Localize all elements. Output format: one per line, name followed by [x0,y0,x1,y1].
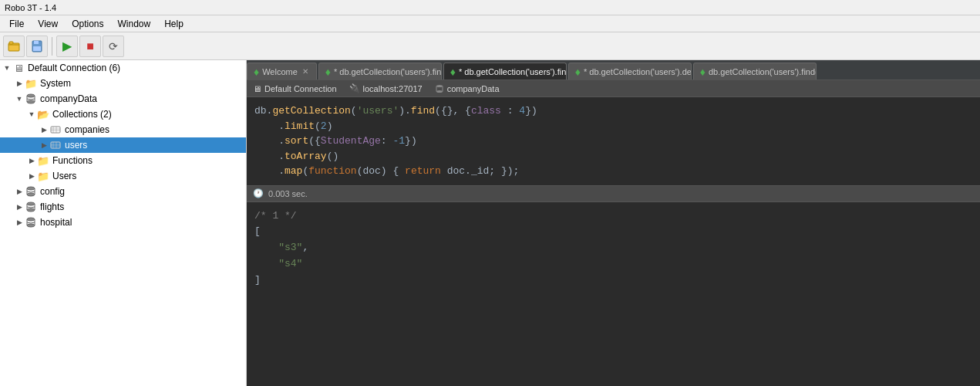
svg-point-6 [27,100,35,103]
system-label: System [40,78,71,89]
conn-db-icon [435,83,444,93]
svg-rect-1 [9,42,13,44]
result-close-bracket: ] [254,273,972,289]
conn-db: companyData [435,83,500,93]
svg-rect-7 [51,127,60,133]
run-button[interactable]: ▶ [56,36,78,57]
expand-icon: ▶ [14,78,25,89]
sidebar-item-collections[interactable]: ▼ 📂 Collections (2) [0,107,246,122]
svg-point-24 [436,90,443,93]
tab-delete[interactable]: ♦ * db.getCollection('users').dele... ✕ [568,63,692,80]
folder-icon: 📁 [37,170,49,182]
tab-find-1[interactable]: ♦ * db.getCollection('users').find... ✕ [318,63,442,80]
expand-icon: ▶ [26,171,37,181]
refresh-button[interactable]: ⟳ [103,36,124,57]
svg-rect-4 [33,46,41,51]
menu-options[interactable]: Options [66,17,109,31]
content-area: ♦ Welcome ✕ ♦ * db.getCollection('users'… [247,60,980,386]
sidebar-item-flights[interactable]: ▶ flights [0,199,246,215]
status-bar: 🕐 0.003 sec. [247,185,980,202]
tab-find-2[interactable]: ♦ * db.getCollection('users').find... ✕ [443,63,567,80]
svg-point-5 [27,94,35,97]
sidebar-item-default-connection[interactable]: ▼ 🖥 Default Connection (6) [0,60,246,76]
tab-find-empty[interactable]: ♦ db.getCollection('users').find({}) ✕ [693,63,817,80]
code-line-2: .limit(2) [254,119,972,134]
svg-point-20 [27,208,35,212]
companydata-label: companyData [40,93,97,104]
db-icon [25,201,37,213]
conn-host: 🔌 localhost:27017 [349,83,423,93]
tab-dot: ♦ [700,66,706,77]
code-line-3: .sort({StudentAge: -1}) [254,134,972,149]
result-open-bracket: [ [254,224,972,240]
title-bar: Robo 3T - 1.4 [0,0,980,15]
title-text: Robo 3T - 1.4 [5,3,56,12]
svg-point-21 [27,218,35,221]
tab-label: db.getCollection('users').find({}) [709,67,817,76]
svg-point-23 [436,85,443,87]
svg-point-17 [27,187,35,190]
stop-button[interactable]: ■ [79,36,101,57]
menu-view[interactable]: View [32,17,64,31]
tab-dot: ♦ [254,66,259,77]
tab-close-welcome[interactable]: ✕ [301,66,310,76]
users-label: users [65,140,87,151]
folder-open-icon: 📂 [37,108,49,120]
clock-icon: 🕐 [253,188,264,198]
status-time: 0.003 sec. [268,189,308,198]
expand-icon: ▼ [2,63,12,73]
tab-label: Welcome [262,67,298,76]
sidebar-item-hospital[interactable]: ▶ hospital [0,215,246,230]
folder-icon: 📁 [25,77,37,90]
collection-icon [49,139,62,151]
svg-point-19 [27,202,35,205]
expand-icon: ▶ [39,124,49,135]
users-folder-label: Users [52,171,76,181]
tab-dot: ♦ [450,66,456,77]
expand-icon: ▶ [14,201,25,212]
connection-bar: 🖥 Default Connection 🔌 localhost:27017 c… [247,80,980,97]
expand-icon: ▶ [14,217,25,228]
save-button[interactable] [26,36,48,57]
menu-help[interactable]: Help [158,17,190,31]
sidebar-item-users[interactable]: ▶ users [0,137,246,153]
main-layout: ▼ 🖥 Default Connection (6) ▶ 📁 System ▼ … [0,60,980,386]
editor-area[interactable]: db.getCollection('users').find({}, {clas… [247,97,980,185]
conn-host-label: localhost:27017 [363,84,423,93]
menu-file[interactable]: File [3,17,30,31]
svg-point-22 [27,224,35,227]
expand-icon: ▼ [26,109,37,120]
menu-window[interactable]: Window [112,17,157,31]
conn-name: Default Connection [264,84,337,93]
expand-icon: ▶ [14,186,25,197]
results-area[interactable]: /* 1 */ [ "s3", "s4" ] [247,202,980,387]
svg-point-18 [27,193,35,196]
sidebar-item-users-folder[interactable]: ▶ 📁 Users [0,168,246,184]
tab-welcome[interactable]: ♦ Welcome ✕ [247,63,317,80]
toolbar: ▶ ■ ⟳ [0,32,980,60]
sidebar: ▼ 🖥 Default Connection (6) ▶ 📁 System ▼ … [0,60,247,386]
tab-dot: ♦ [575,66,581,77]
conn-icon: 🖥 [253,84,261,93]
open-folder-button[interactable] [3,36,25,57]
tab-label: * db.getCollection('users').dele... [584,67,692,76]
tab-label: * db.getCollection('users').find... [459,67,567,76]
flights-label: flights [40,201,64,212]
functions-label: Functions [52,155,93,166]
sidebar-item-functions[interactable]: ▶ 📁 Functions [0,153,246,168]
config-label: config [40,186,65,197]
sidebar-item-companies[interactable]: ▶ companies [0,122,246,137]
result-item-2: "s4" [254,256,972,273]
connection-label: Default Connection (6) [28,63,120,73]
svg-rect-3 [34,41,39,44]
db-icon [25,93,37,105]
sidebar-item-companydata[interactable]: ▼ companyData [0,91,246,107]
hospital-label: hospital [40,217,72,228]
result-item-1: "s3", [254,240,972,256]
code-line-4: .toArray() [254,149,972,164]
sidebar-item-config[interactable]: ▶ config [0,184,246,199]
svg-rect-12 [51,142,60,148]
sidebar-item-system[interactable]: ▶ 📁 System [0,76,246,91]
connection-icon: 🖥 [12,62,25,74]
collection-icon [49,124,62,136]
